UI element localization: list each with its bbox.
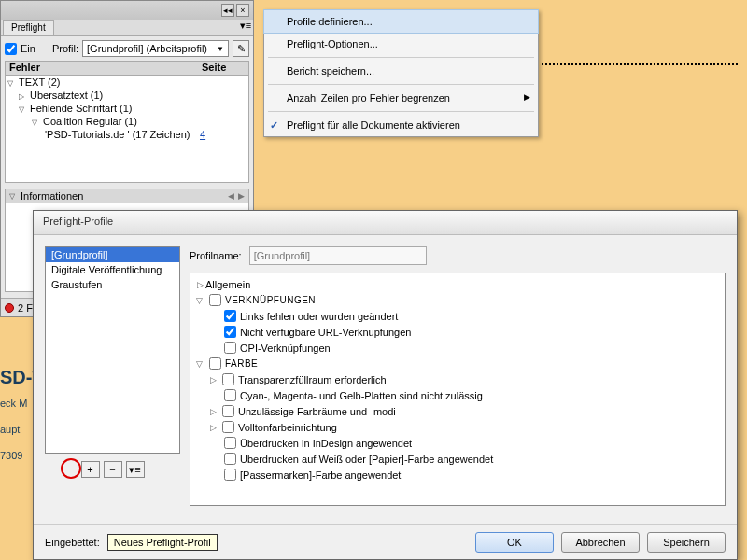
menu-limit-rows[interactable]: Anzahl Zeilen pro Fehler begrenzen▶ <box>264 87 538 109</box>
tree-item[interactable]: Fehlende Schriftart (1) <box>30 103 132 114</box>
opt-checkbox[interactable] <box>222 421 234 433</box>
panel-menu-icon[interactable]: ▾≡ <box>238 20 253 35</box>
profile-listbox[interactable]: [Grundprofil] Digitale Veröffentlichung … <box>45 246 180 454</box>
opt-item[interactable]: Überdrucken in InDesign angewendet <box>240 438 412 449</box>
opt-checkbox[interactable] <box>224 326 236 338</box>
close-icon[interactable]: × <box>236 4 249 17</box>
opt-checkbox[interactable] <box>224 389 236 401</box>
col-page: Seite <box>202 62 248 75</box>
profile-option[interactable]: [Grundprofil] <box>46 247 179 262</box>
separator <box>268 84 534 85</box>
panel-titlebar[interactable]: ◂◂ × <box>1 1 253 20</box>
separator <box>268 57 534 58</box>
profile-menu-button[interactable]: ▾≡ <box>126 461 145 478</box>
opt-verknupfungen[interactable]: VERKNÜPFUNGEN <box>225 295 316 305</box>
separator <box>268 111 534 112</box>
context-menu: Profile definieren... Preflight-Optionen… <box>263 9 539 137</box>
panel-title <box>5 5 219 16</box>
highlight-circle <box>61 458 81 479</box>
footer-count: 2 F <box>18 302 33 314</box>
profilname-input[interactable] <box>249 246 427 265</box>
embedded-label: Eingebettet: <box>45 537 100 548</box>
tree-item[interactable]: Coalition Regular (1) <box>43 116 137 127</box>
opt-farbe[interactable]: FARBE <box>225 358 258 369</box>
opt-item[interactable]: [Passermarken]-Farbe angewendet <box>240 469 401 481</box>
tree-toggle-icon[interactable]: ▷ <box>19 92 28 101</box>
opt-allgemein[interactable]: Allgemein <box>205 279 250 290</box>
opt-checkbox[interactable] <box>222 373 234 385</box>
submenu-arrow-icon: ▶ <box>524 92 530 102</box>
tree-toggle-icon[interactable]: ▷ <box>194 280 205 289</box>
check-icon: ✓ <box>270 119 278 132</box>
cancel-button[interactable]: Abbrechen <box>561 532 640 553</box>
error-list[interactable]: ▽TEXT (2) ▷Übersatztext (1) ▽Fehlende Sc… <box>5 76 249 183</box>
options-tree[interactable]: ▷Allgemein ▽VERKNÜPFUNGEN Links fehlen o… <box>190 273 726 506</box>
opt-checkbox[interactable] <box>224 453 236 465</box>
remove-profile-button[interactable]: − <box>104 461 122 478</box>
menu-save-report[interactable]: Bericht speichern... <box>264 60 538 82</box>
menu-define-profiles[interactable]: Profile definieren... <box>263 9 539 34</box>
opt-item[interactable]: Transparenzfüllraum erforderlich <box>238 374 387 385</box>
ein-checkbox[interactable] <box>5 43 17 55</box>
profil-value: [Grundprofil] (Arbeitsprofil) <box>87 43 207 54</box>
profilname-label: Profilname: <box>190 250 242 261</box>
profil-dropdown[interactable]: [Grundprofil] (Arbeitsprofil) ▼ <box>82 40 229 57</box>
opt-checkbox[interactable] <box>224 310 236 322</box>
opt-checkbox[interactable] <box>209 357 221 370</box>
preflight-profile-dialog: Preflight-Profile [Grundprofil] Digitale… <box>33 210 738 560</box>
tree-toggle-icon[interactable]: ▽ <box>194 359 205 369</box>
opt-checkbox[interactable] <box>209 294 221 306</box>
dotted-line <box>542 63 738 65</box>
ok-button[interactable]: OK <box>475 532 554 553</box>
profil-label: Profil: <box>52 43 78 54</box>
tree-toggle-icon[interactable]: ▷ <box>207 423 218 432</box>
tree-toggle-icon[interactable]: ▽ <box>9 192 19 201</box>
tree-toggle-icon[interactable]: ▽ <box>7 79 17 88</box>
tree-toggle-icon[interactable]: ▽ <box>32 119 41 127</box>
dialog-title: Preflight-Profile <box>34 211 737 235</box>
menu-preflight-options[interactable]: Preflight-Optionen... <box>264 33 538 55</box>
tree-toggle-icon[interactable]: ▷ <box>207 407 218 416</box>
add-profile-button[interactable]: + <box>81 461 100 478</box>
tree-item[interactable]: TEXT (2) <box>19 77 60 88</box>
tree-toggle-icon[interactable]: ▽ <box>194 296 205 305</box>
next-icon[interactable]: ▶ <box>238 191 245 201</box>
collapse-icon[interactable]: ◂◂ <box>221 4 234 17</box>
tree-toggle-icon[interactable]: ▷ <box>207 375 218 385</box>
tree-item[interactable]: 'PSD-Tutorials.de ' (17 Zeichen) <box>45 129 200 140</box>
opt-checkbox[interactable] <box>222 405 234 417</box>
opt-item[interactable]: Überdrucken auf Weiß oder [Papier]-Farbe… <box>240 454 493 465</box>
status-dot-icon <box>5 303 14 313</box>
save-button[interactable]: Speichern <box>647 532 726 553</box>
opt-checkbox[interactable] <box>224 437 236 449</box>
chevron-down-icon: ▼ <box>217 45 224 53</box>
profile-option[interactable]: Digitale Veröffentlichung <box>46 262 179 277</box>
opt-item[interactable]: Cyan-, Magenta- und Gelb-Platten sind ni… <box>240 390 483 401</box>
tree-item[interactable]: Übersatztext (1) <box>30 90 103 101</box>
tab-preflight[interactable]: Preflight <box>3 20 54 35</box>
profile-option[interactable]: Graustufen <box>46 277 179 292</box>
opt-item[interactable]: Unzulässige Farbräume und -modi <box>238 406 396 417</box>
tooltip-new-profile: Neues Preflight-Profil <box>107 534 218 551</box>
edit-profile-icon[interactable]: ✎ <box>233 40 249 57</box>
opt-item[interactable]: Links fehlen oder wurden geändert <box>240 311 398 322</box>
info-label: Informationen <box>21 190 83 202</box>
opt-item[interactable]: OPI-Verknüpfungen <box>240 343 331 354</box>
opt-item[interactable]: Volltonfarbeinrichtung <box>238 422 337 433</box>
prev-icon[interactable]: ◀ <box>228 191 234 201</box>
menu-activate-all[interactable]: ✓Preflight für alle Dokumente aktivieren <box>264 114 538 136</box>
opt-checkbox[interactable] <box>224 342 236 354</box>
col-error: Fehler <box>6 62 202 75</box>
opt-checkbox[interactable] <box>224 469 236 481</box>
opt-item[interactable]: Nicht verfügbare URL-Verknüpfungen <box>240 327 411 338</box>
page-link[interactable]: 4 <box>200 129 247 140</box>
ein-label: Ein <box>21 43 35 54</box>
tree-toggle-icon[interactable]: ▽ <box>19 105 28 114</box>
